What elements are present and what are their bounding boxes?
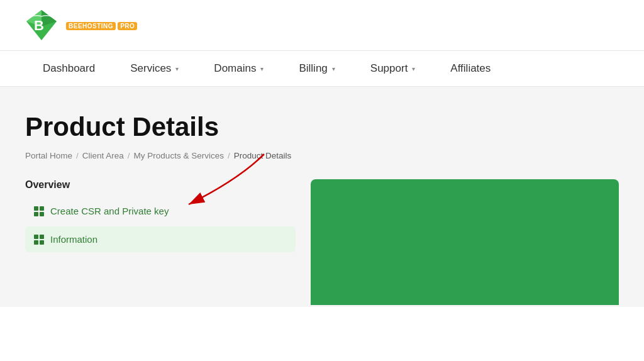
sidebar: Overview Create CSR and Private ke [25, 179, 296, 255]
chevron-down-icon: ▾ [175, 65, 179, 72]
logo-icon: B [25, 9, 58, 42]
chevron-down-icon: ▾ [332, 65, 335, 72]
svg-text:B: B [34, 18, 44, 33]
logo-area[interactable]: B BEEHOSTINGPRO [25, 9, 137, 42]
chevron-down-icon: ▾ [412, 65, 415, 72]
nav-item-affiliates[interactable]: Affiliates [433, 51, 508, 86]
breadcrumb-my-products[interactable]: My Products & Services [134, 151, 224, 160]
sidebar-item-information[interactable]: Information [25, 226, 296, 252]
sidebar-item-label: Create CSR and Private key [50, 206, 169, 216]
breadcrumb: Portal Home / Client Area / My Products … [25, 151, 619, 160]
breadcrumb-portal-home[interactable]: Portal Home [25, 151, 72, 160]
breadcrumb-separator: / [128, 151, 130, 160]
nav-item-services[interactable]: Services ▾ [113, 51, 196, 86]
nav-item-support[interactable]: Support ▾ [353, 51, 433, 86]
breadcrumb-separator: / [76, 151, 79, 160]
logo-text: BEEHOSTINGPRO [64, 18, 137, 33]
sidebar-item-label: Information [50, 234, 97, 245]
sidebar-item-create-csr[interactable]: Create CSR and Private key [25, 198, 296, 224]
content-grid: Overview Create CSR and Private ke [25, 179, 619, 305]
chevron-down-icon: ▾ [260, 65, 264, 72]
nav-item-billing[interactable]: Billing ▾ [281, 51, 352, 86]
grid-icon [34, 206, 44, 216]
nav-item-dashboard[interactable]: Dashboard [25, 51, 113, 86]
grid-icon [34, 235, 44, 245]
header: B BEEHOSTINGPRO [0, 0, 644, 51]
right-panel [311, 179, 619, 305]
breadcrumb-client-area[interactable]: Client Area [82, 151, 124, 160]
main-content: Product Details Portal Home / Client Are… [0, 87, 644, 307]
page-title: Product Details [25, 112, 619, 142]
breadcrumb-current: Product Details [234, 151, 292, 160]
breadcrumb-separator: / [228, 151, 230, 160]
nav-item-domains[interactable]: Domains ▾ [196, 51, 281, 86]
sidebar-title: Overview [25, 179, 296, 191]
main-nav: Dashboard Services ▾ Domains ▾ Billing ▾… [0, 51, 644, 87]
